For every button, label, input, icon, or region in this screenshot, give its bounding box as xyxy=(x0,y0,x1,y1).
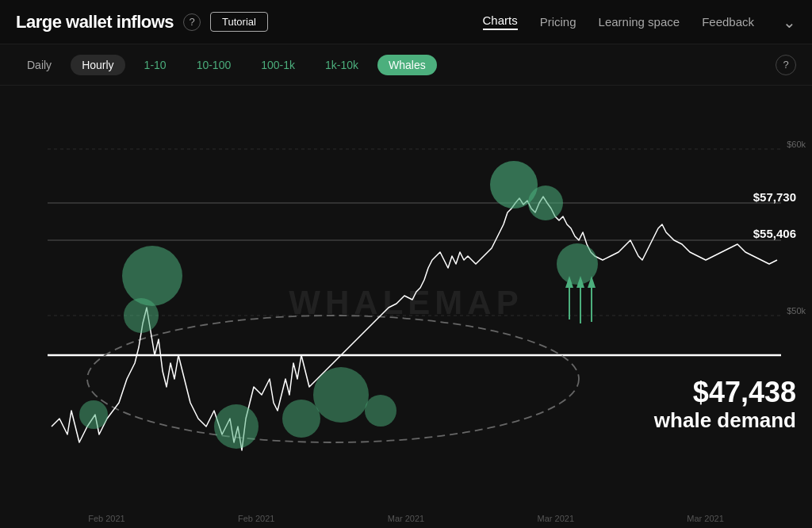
x-label-2: Mar 2021 xyxy=(388,514,424,523)
chart-help-icon[interactable]: ? xyxy=(776,55,796,75)
x-label-3: Mar 2021 xyxy=(538,514,574,523)
demand-label: $47,438 whale demand xyxy=(654,377,796,433)
svg-point-9 xyxy=(79,400,108,429)
app-header: Large wallet inflows ? Tutorial Charts P… xyxy=(0,0,812,44)
main-nav: Charts Pricing Learning space Feedback ⌄ xyxy=(483,13,797,32)
demand-price: $47,438 xyxy=(654,377,796,408)
filter-bar: Daily Hourly 1-10 10-100 100-1k 1k-10k W… xyxy=(0,44,812,86)
filter-1k-10k[interactable]: 1k-10k xyxy=(314,55,370,75)
price-level-55406: $55,406 xyxy=(753,227,796,240)
title-help-icon[interactable]: ? xyxy=(183,13,201,31)
svg-point-10 xyxy=(214,404,259,449)
y-label-60k: $60k xyxy=(787,140,806,149)
filter-daily[interactable]: Daily xyxy=(16,55,63,75)
filter-100-1k[interactable]: 100-1k xyxy=(250,55,306,75)
filter-hourly[interactable]: Hourly xyxy=(71,55,124,75)
x-label-4: Mar 2021 xyxy=(687,514,723,523)
y-label-50k: $50k xyxy=(787,306,806,316)
header-left: Large wallet inflows ? Tutorial xyxy=(16,12,483,33)
demand-text: whale demand xyxy=(654,408,796,433)
x-axis: Feb 2021 Feb 2021 Mar 2021 Mar 2021 Mar … xyxy=(0,514,812,523)
chart-area: WHALEMAP xyxy=(0,86,812,528)
svg-point-15 xyxy=(528,186,563,220)
filter-1-10[interactable]: 1-10 xyxy=(133,55,178,75)
nav-learning[interactable]: Learning space xyxy=(599,15,680,29)
tutorial-button[interactable]: Tutorial xyxy=(210,12,268,32)
x-label-1: Feb 2021 xyxy=(238,514,274,523)
location-icon[interactable]: ⌄ xyxy=(783,13,796,32)
price-level-57730: $57,730 xyxy=(753,190,796,204)
chart-svg xyxy=(0,86,812,528)
svg-point-7 xyxy=(122,246,182,306)
nav-pricing[interactable]: Pricing xyxy=(540,15,576,29)
page-title: Large wallet inflows xyxy=(16,12,174,33)
svg-point-8 xyxy=(124,298,159,333)
svg-point-11 xyxy=(282,400,320,438)
filter-10-100[interactable]: 10-100 xyxy=(186,55,243,75)
nav-charts[interactable]: Charts xyxy=(483,13,518,30)
filter-whales[interactable]: Whales xyxy=(377,55,437,75)
nav-feedback[interactable]: Feedback xyxy=(702,15,754,29)
x-label-0: Feb 2021 xyxy=(88,514,124,523)
svg-point-13 xyxy=(365,395,396,427)
svg-rect-0 xyxy=(0,86,812,528)
svg-point-12 xyxy=(313,367,369,423)
